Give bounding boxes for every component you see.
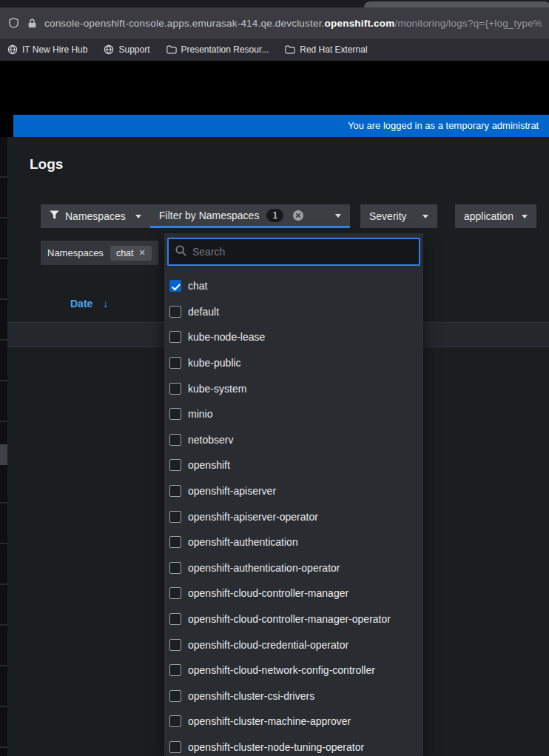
namespace-option[interactable]: netobserv [164,427,423,453]
namespace-option-label: minio [188,408,212,420]
chevron-down-icon [335,214,341,221]
bookmarks-bar: IT New Hire Hub Support Presentation Res… [0,39,549,61]
namespace-option[interactable]: openshift-cluster-node-tuning-operator [164,735,423,756]
search-icon [175,245,186,259]
namespace-option[interactable]: openshift-cloud-network-config-controlle… [164,658,423,683]
shield-icon[interactable] [7,16,20,30]
namespace-checkbox[interactable] [169,536,181,548]
namespace-checkbox[interactable] [169,383,181,395]
namespace-checkbox[interactable] [169,741,181,753]
namespace-option-label: default [188,306,219,318]
namespace-option[interactable]: openshift-cluster-csi-drivers [164,683,423,709]
console-masthead [0,61,549,115]
namespace-option-label: openshift-cloud-network-config-controlle… [188,664,375,676]
namespace-option[interactable]: kube-system [164,375,423,401]
namespace-chip: chat ✕ [110,246,152,261]
namespace-checkbox[interactable] [169,408,181,420]
filter-select-label: Filter by Namespaces [159,210,259,221]
namespace-option[interactable]: openshift-cloud-controller-manager-opera… [164,606,423,632]
date-column-label: Date [70,298,92,310]
namespace-option-label: chat [188,280,207,292]
bookmark-item[interactable]: Red Hat External [285,44,367,55]
namespace-option[interactable]: openshift-cluster-machine-approver [164,709,423,735]
log-type-select-label: application [464,210,513,222]
namespace-option-label: openshift-authentication-operator [188,562,340,574]
namespace-option-label: kube-system [188,383,246,395]
namespace-option-label: openshift-cloud-controller-manager [188,587,348,599]
chip-label: chat [116,248,134,258]
globe-icon [7,44,18,55]
chip-close-icon[interactable]: ✕ [139,249,146,257]
namespace-option[interactable]: default [164,299,423,325]
namespace-option[interactable]: openshift [164,452,423,478]
namespace-option-label: kube-node-lease [188,331,265,343]
namespace-checkbox[interactable] [169,587,181,599]
namespace-option[interactable]: minio [164,401,423,427]
namespace-checkbox[interactable] [169,459,181,471]
url-text[interactable]: console-openshift-console.apps.emurasak-… [44,18,542,29]
namespace-checkbox[interactable] [169,306,181,318]
namespace-option[interactable]: openshift-cloud-controller-manager [164,581,423,606]
namespace-checkbox[interactable] [169,280,181,292]
namespace-option[interactable]: openshift-cloud-credential-operator [164,632,423,658]
namespace-option[interactable]: openshift-authentication-operator [164,555,423,581]
namespace-option-label: openshift-cluster-node-tuning-operator [188,741,364,753]
namespace-checkbox[interactable] [169,331,181,343]
namespaces-toggle-label: Namespaces [65,210,126,222]
sort-arrow-down-icon: ↓ [103,298,108,310]
browser-url-bar: console-openshift-console.apps.emurasak-… [0,7,549,39]
table-header-date[interactable]: Date ↓ [70,298,108,310]
search-input[interactable] [192,246,412,258]
namespace-options-list: chat default kube-node-lease kube-public… [164,273,423,756]
namespace-option-label: openshift-cluster-machine-approver [188,715,351,727]
clear-selection-icon[interactable] [292,210,304,221]
lock-icon[interactable] [27,18,37,29]
namespace-filter-dropdown: chat default kube-node-lease kube-public… [164,233,423,756]
namespace-checkbox[interactable] [169,434,181,446]
namespace-checkbox[interactable] [169,664,181,676]
namespace-checkbox[interactable] [169,485,181,497]
left-edge-highlight [0,444,7,465]
bookmark-item[interactable]: Presentation Resour... [166,44,269,55]
chevron-down-icon [422,215,428,221]
namespace-option-label: openshift-cloud-controller-manager-opera… [188,613,391,625]
namespace-option[interactable]: openshift-apiserver-operator [164,504,423,529]
namespace-checkbox[interactable] [169,715,181,727]
namespace-checkbox[interactable] [169,639,181,651]
bookmark-item[interactable]: Support [104,44,149,55]
namespace-option[interactable]: openshift-authentication [164,529,423,555]
temp-admin-banner: You are logged in as a temporary adminis… [13,115,549,137]
namespace-option[interactable]: kube-public [164,350,423,376]
namespace-option-label: openshift-apiserver [188,485,276,497]
bookmark-label: Red Hat External [300,44,367,55]
url-subdomain: console-openshift-console.apps.emurasak-… [44,18,325,29]
namespace-option-label: openshift-cluster-csi-drivers [188,690,314,702]
namespace-checkbox[interactable] [169,690,181,702]
filter-funnel-icon [50,210,59,222]
browser-tab-strip [0,0,549,7]
severity-select[interactable]: Severity [360,204,437,228]
chips: chat ✕ [110,246,152,261]
chevron-down-icon [522,215,528,221]
chip-group-label: Namespaces [47,247,104,258]
namespace-checkbox[interactable] [169,562,181,574]
bookmark-label: Support [118,44,149,55]
namespace-option-label: netobserv [188,434,233,446]
namespaces-filter-toggle[interactable]: Namespaces [41,204,150,228]
bookmark-label: IT New Hire Hub [22,44,87,55]
namespace-option[interactable]: openshift-apiserver [164,478,423,504]
severity-select-label: Severity [369,210,407,222]
namespace-option[interactable]: kube-node-lease [164,324,423,350]
namespace-checkbox[interactable] [169,511,181,523]
namespace-checkbox[interactable] [169,613,181,625]
namespace-option[interactable]: chat [164,273,423,299]
bookmark-item[interactable]: IT New Hire Hub [7,44,87,55]
namespace-checkbox[interactable] [169,357,181,369]
namespace-option-label: openshift-cloud-credential-operator [188,639,348,651]
log-type-select[interactable]: application [455,204,536,228]
left-edge-strip [0,137,7,756]
search-box [167,238,420,266]
filter-by-namespaces-select[interactable]: Filter by Namespaces 1 [150,204,350,228]
namespaces-chip-group: Namespaces chat ✕ [41,241,158,265]
namespace-option-label: kube-public [188,357,241,369]
